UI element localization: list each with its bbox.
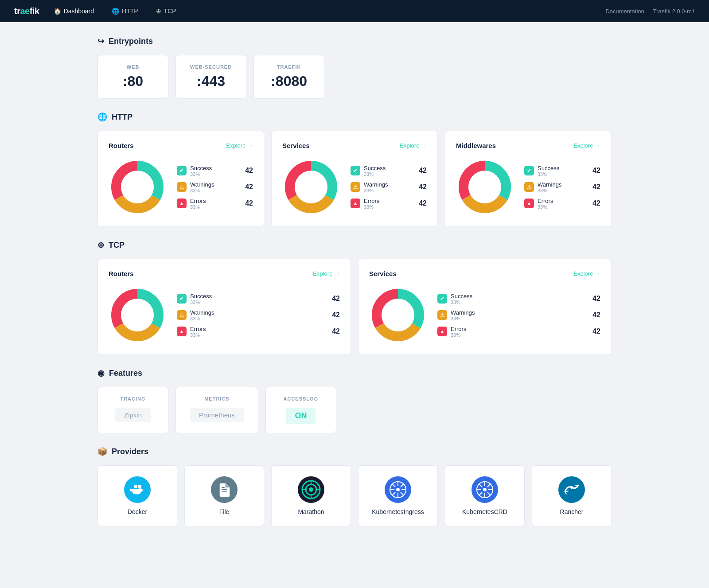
success-pct: 33%	[190, 300, 328, 305]
home-icon: 🏠	[54, 8, 61, 15]
nav-tcp-label: TCP	[164, 8, 176, 15]
legend-error-text: Errors 33%	[451, 326, 589, 338]
http-header: 🌐 HTTP	[97, 112, 612, 122]
legend: ✔ Success 33% 42 ⚠ Warnings 33% 42	[524, 165, 600, 210]
warning-label: Warnings	[451, 309, 589, 316]
entrypoint-web-label: WEB	[112, 64, 154, 70]
stat-card-header: Services Explore →	[282, 142, 427, 149]
providers-header: 📦 Providers	[97, 447, 612, 456]
legend-warning-text: Warnings 33%	[190, 181, 242, 193]
stat-card-header: Services Explore →	[369, 270, 600, 277]
legend-error-text: Errors 33%	[364, 198, 415, 210]
legend-warning: ⚠ Warnings 33% 42	[177, 181, 253, 193]
stat-card-body: ✔ Success 33% 42 ⚠ Warnings 33% 42	[282, 158, 427, 216]
legend-warning: ⚠ Warnings 33% 42	[524, 181, 600, 193]
svg-point-40	[396, 488, 400, 491]
entrypoint-web: WEB :80	[97, 55, 168, 99]
error-pct: 33%	[538, 204, 589, 210]
error-count: 42	[245, 199, 253, 207]
legend-error-text: Errors 33%	[190, 326, 328, 338]
legend-error: ▲ Errors 33% 42	[177, 198, 253, 210]
stat-card-title: Routers	[109, 142, 134, 149]
stat-card-body: ✔ Success 33% 42 ⚠ Warnings 33% 42	[109, 158, 253, 216]
provider-card-file[interactable]: File	[184, 465, 264, 526]
donut-chart	[109, 286, 166, 344]
entrypoint-secured-value: :443	[190, 73, 232, 90]
http-card-2: Middlewares Explore → ✔ Success 33% 42 ⚠	[445, 131, 612, 227]
http-cards-row: Routers Explore → ✔ Success 33% 42 ⚠	[97, 131, 612, 227]
legend: ✔ Success 33% 42 ⚠ Warnings 33% 42	[437, 293, 600, 338]
provider-name: Marathon	[280, 508, 342, 515]
stat-card-title: Services	[282, 142, 310, 149]
provider-card-docker[interactable]: Docker	[97, 465, 177, 526]
legend-error: ▲ Errors 33% 42	[524, 198, 600, 210]
legend-warning-text: Warnings 33%	[364, 181, 415, 193]
success-pct: 33%	[451, 300, 589, 305]
providers-icon: 📦	[97, 447, 107, 456]
stat-card-title: Services	[369, 270, 397, 277]
error-icon: ▲	[177, 327, 187, 336]
explore-link[interactable]: Explore →	[400, 142, 427, 149]
legend-warning-text: Warnings 33%	[190, 309, 328, 321]
entrypoints-icon: ↪	[97, 36, 104, 46]
entrypoints-title: Entrypoints	[109, 37, 153, 46]
error-icon: ▲	[437, 327, 447, 336]
navbar-right: Documentation Traefik 2.0.0-rc1	[605, 8, 695, 15]
error-label: Errors	[190, 326, 328, 332]
stat-card-body: ✔ Success 33% 42 ⚠ Warnings 33% 42	[456, 158, 600, 216]
provider-card-rancher[interactable]: Rancher	[532, 465, 612, 526]
success-icon: ✔	[177, 294, 187, 304]
stat-card-body: ✔ Success 33% 42 ⚠ Warnings 33% 42	[369, 286, 600, 344]
success-count: 42	[245, 167, 253, 175]
nav-dashboard-label: Dashboard	[64, 8, 94, 15]
http-card-0: Routers Explore → ✔ Success 33% 42 ⚠	[97, 131, 264, 227]
stat-card-title: Middlewares	[456, 142, 496, 149]
svg-point-60	[558, 476, 585, 503]
legend-error-text: Errors 33%	[190, 198, 242, 210]
explore-link[interactable]: Explore →	[573, 270, 600, 277]
warning-count: 42	[245, 183, 253, 191]
provider-name: File	[194, 508, 255, 515]
version-label: Traefik 2.0.0-rc1	[653, 8, 695, 15]
provider-name: Docker	[107, 508, 168, 515]
tcp-title: TCP	[109, 241, 125, 250]
error-icon: ▲	[177, 199, 187, 208]
provider-card-kubernetescrd[interactable]: KubernetesCRD	[445, 465, 525, 526]
legend-success: ✔ Success 33% 42	[351, 165, 427, 177]
error-count: 42	[419, 199, 427, 207]
feature-card-0: TRACING Zipkin	[97, 387, 168, 433]
doc-link[interactable]: Documentation	[605, 8, 644, 15]
explore-link[interactable]: Explore →	[573, 142, 600, 149]
success-label: Success	[451, 293, 589, 300]
legend-success: ✔ Success 33% 42	[177, 293, 340, 305]
warning-pct: 33%	[190, 316, 328, 321]
success-icon: ✔	[351, 166, 360, 175]
error-icon: ▲	[524, 199, 534, 208]
feature-value: ON	[286, 408, 316, 424]
warning-count: 42	[332, 311, 340, 319]
success-label: Success	[364, 165, 415, 171]
provider-name: Rancher	[541, 508, 602, 515]
warning-pct: 33%	[364, 188, 415, 193]
warning-icon: ⚠	[437, 310, 447, 320]
nav-http[interactable]: 🌐 HTTP	[108, 6, 142, 16]
feature-label: METRICS	[190, 396, 244, 401]
nav-tcp[interactable]: ⊕ TCP	[152, 6, 180, 16]
donut-chart	[369, 286, 427, 344]
error-label: Errors	[364, 198, 415, 204]
success-pct: 33%	[538, 171, 589, 177]
provider-card-kubernetesingress[interactable]: KubernetesIngress	[358, 465, 438, 526]
error-count: 42	[592, 327, 600, 335]
error-label: Errors	[190, 198, 242, 204]
provider-card-marathon[interactable]: Marathon	[271, 465, 351, 526]
entrypoint-traefik: TRAEFIK :8080	[253, 55, 324, 99]
nav-dashboard[interactable]: 🏠 Dashboard	[50, 6, 98, 16]
legend-warning: ⚠ Warnings 33% 42	[437, 309, 600, 321]
success-icon: ✔	[437, 294, 447, 304]
success-icon: ✔	[177, 166, 187, 175]
explore-link[interactable]: Explore →	[226, 142, 253, 149]
warning-pct: 33%	[451, 316, 589, 321]
legend-success-text: Success 33%	[451, 293, 589, 305]
provider-name: KubernetesIngress	[367, 508, 429, 515]
explore-link[interactable]: Explore →	[313, 270, 340, 277]
